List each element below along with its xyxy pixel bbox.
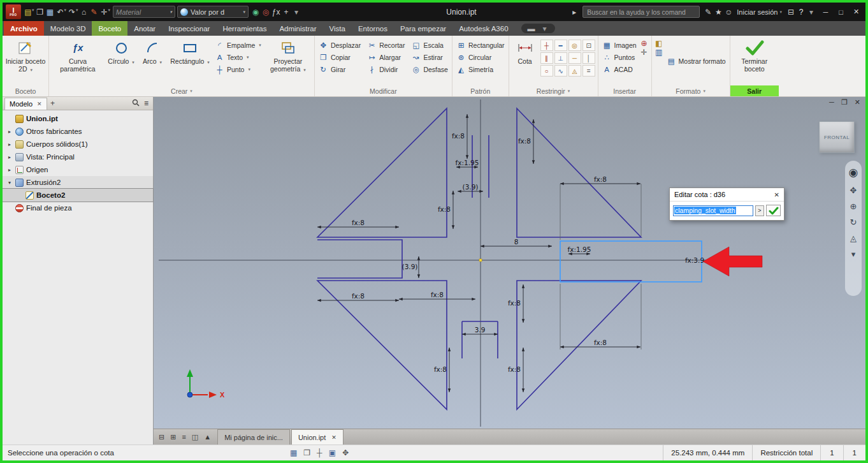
help-icon[interactable]: ? — [796, 8, 806, 17]
material-dropdown[interactable]: Material ▾ — [113, 6, 175, 18]
show-format-button[interactable]: ▤ Mostrar formato — [665, 55, 728, 68]
dimension-value[interactable]: fx:8 — [508, 299, 521, 307]
group-label-crear[interactable]: Crear — [171, 87, 187, 95]
ribbon-tab-archivo[interactable]: Archivo — [4, 21, 44, 36]
list-view-icon[interactable]: ≡ — [182, 433, 185, 441]
navigation-wheel-icon[interactable]: ◉ — [849, 166, 858, 179]
sign-in-button[interactable]: Iniciar sesión — [737, 8, 778, 16]
ribbon-tab-entornos[interactable]: Entornos — [352, 21, 394, 36]
expander-icon[interactable]: ▾ — [6, 180, 13, 186]
tab-union-ipt[interactable]: Union.ipt ✕ — [291, 429, 344, 445]
tab-home-page[interactable]: Mi página de inic... — [217, 429, 290, 445]
expander-icon[interactable]: ▸ — [6, 167, 13, 173]
constraint-icon-7[interactable]: │ — [582, 52, 595, 64]
save-icon[interactable]: ▦ — [45, 8, 55, 17]
browser-tab-close-icon[interactable]: ✕ — [37, 101, 42, 107]
local-update-icon[interactable]: ◎ — [261, 8, 271, 17]
ribbon-tab-modelo-3d[interactable]: Modelo 3D — [44, 21, 92, 36]
presentation-icon[interactable]: ▬ — [526, 24, 537, 33]
add-icon[interactable]: + — [281, 8, 291, 17]
dimension-value[interactable]: fx:3.9 — [685, 256, 704, 264]
constraint-icon-1[interactable]: ━ — [554, 40, 567, 51]
dimension-value[interactable]: (3.9) — [402, 263, 418, 270]
appearance-brush-icon[interactable]: ✎ — [89, 8, 99, 17]
search-expand-icon[interactable]: ▸ — [569, 8, 579, 17]
line-style-icon[interactable]: ▥ — [654, 48, 664, 57]
dimension-value[interactable]: 3.9 — [475, 326, 486, 334]
snap-icon[interactable]: ┼ — [317, 448, 322, 457]
parameters-fx-icon[interactable]: ƒx — [271, 8, 281, 17]
alargar-button[interactable]: ↦Alargar — [365, 51, 407, 63]
simetr-a-button[interactable]: ◭Simetría — [454, 63, 507, 75]
desplazar-button[interactable]: ✥Desplazar — [317, 39, 363, 51]
drawing-canvas[interactable]: fx:8fx:8fx:1.95(3.9)fx:8fx:8fx:88fx:1.95… — [154, 97, 865, 429]
parametric-curve-button[interactable]: ƒx Curva paramétrica — [51, 37, 105, 85]
dimension-value[interactable]: fx:8 — [508, 365, 521, 373]
columns-view-icon[interactable]: ◫ — [192, 433, 198, 441]
constraint-icon-6[interactable]: ─ — [568, 52, 581, 64]
recortar-button[interactable]: ✂Recortar — [365, 39, 407, 51]
dock-panel-icon[interactable]: ⊟ — [159, 433, 164, 441]
punto-button[interactable]: ┼Punto▾ — [213, 63, 263, 75]
ribbon-tab-inspeccionar[interactable]: Inspeccionar — [162, 21, 216, 36]
browser-add-tab-button[interactable]: + — [47, 99, 59, 108]
ribbon-tab-administrar[interactable]: Administrar — [273, 21, 322, 36]
help-search-input[interactable] — [582, 6, 700, 18]
ribbon-tab-para-empezar[interactable]: Para empezar — [394, 21, 452, 36]
ribbon-tab-boceto[interactable]: Boceto — [92, 21, 127, 36]
home-icon[interactable]: ⌂ — [79, 8, 89, 17]
dimension-value[interactable]: fx:8 — [352, 292, 365, 300]
ribbon-tab-vista[interactable]: Vista — [323, 21, 352, 36]
copy-mode-icon[interactable]: ❐ — [303, 448, 310, 457]
cube-icon[interactable]: ▣ — [329, 448, 336, 457]
insert-point-icon[interactable]: ⊕ — [639, 39, 649, 48]
pencil-icon[interactable]: ✎ — [703, 8, 713, 17]
dimension-value[interactable]: fx:8 — [594, 175, 607, 183]
imagen-button[interactable]: ▦Imagen — [600, 39, 639, 51]
circular-button[interactable]: ⊛Circular — [454, 51, 507, 63]
ribbon-tab-autodesk-a360[interactable]: Autodesk A360 — [452, 21, 514, 36]
expander-icon[interactable]: ▸ — [6, 142, 13, 147]
acad-button[interactable]: AACAD — [600, 63, 639, 75]
constraint-icon-4[interactable]: ∥ — [540, 52, 553, 64]
punto-dropdown[interactable]: ▾ — [248, 67, 250, 72]
expander-icon[interactable]: ▸ — [6, 129, 13, 135]
dimension-value[interactable]: (3.9) — [463, 183, 479, 191]
browser-item-union-ipt[interactable]: Union.ipt — [3, 112, 153, 125]
dimension-value[interactable]: fx:8 — [518, 137, 531, 145]
maximize-button[interactable]: □ — [835, 8, 847, 16]
dimension-button[interactable]: Cota — [511, 37, 539, 85]
group-label-formato[interactable]: Formato — [676, 87, 700, 95]
finish-sketch-button[interactable]: Terminar boceto — [732, 37, 777, 85]
document-minimize-icon[interactable]: ─ — [829, 98, 834, 107]
start-2d-sketch-button[interactable]: Iniciar boceto 2D ▾ — [4, 37, 47, 85]
empalme-dropdown[interactable]: ▾ — [259, 43, 261, 48]
new-file-icon-dropdown[interactable]: ▾ — [32, 8, 34, 17]
constraint-icon-8[interactable]: ○ — [540, 65, 553, 77]
browser-item-extrusi-n2[interactable]: ▾Extrusión2 — [3, 176, 153, 189]
desfase-button[interactable]: ◎Desfase — [409, 63, 450, 75]
circle-button[interactable]: Círculo ▾ — [105, 37, 137, 85]
expand-up-icon[interactable]: ▲ — [204, 433, 211, 441]
browser-menu-icon[interactable]: ≡ — [144, 99, 148, 108]
constraint-icon-5[interactable]: ⊥ — [554, 52, 567, 64]
browser-item-boceto2[interactable]: Boceto2 — [3, 189, 153, 202]
dialog-expand-button[interactable]: > — [755, 205, 764, 216]
orbit-icon[interactable]: ↻ — [850, 217, 857, 227]
browser-item-final-de-pieza[interactable]: Final de pieza — [3, 202, 153, 214]
dimension-value-field[interactable]: clamping_slot_width — [673, 205, 753, 216]
pill-dropdown-icon[interactable]: ▾ — [540, 24, 550, 33]
dimension-value[interactable]: fx:8 — [434, 365, 447, 373]
copiar-button[interactable]: ❐Copiar — [317, 51, 363, 63]
dimension-value[interactable]: fx:1.95 — [568, 246, 591, 253]
add-point-icon[interactable]: ✛ — [639, 48, 649, 57]
group-label-salir[interactable]: Salir — [747, 87, 762, 95]
expander-icon[interactable]: ▸ — [6, 154, 13, 160]
constraint-icon-11[interactable]: = — [582, 65, 595, 77]
texto-dropdown[interactable]: ▾ — [247, 55, 249, 60]
dimension-value[interactable]: fx:1.95 — [456, 159, 479, 166]
ribbon-tab-herramientas[interactable]: Herramientas — [216, 21, 273, 36]
escala-button[interactable]: ◱Escala — [409, 39, 450, 51]
constraint-icon-10[interactable]: ◬ — [568, 65, 581, 77]
constraint-icon-2[interactable]: ◎ — [568, 40, 581, 51]
